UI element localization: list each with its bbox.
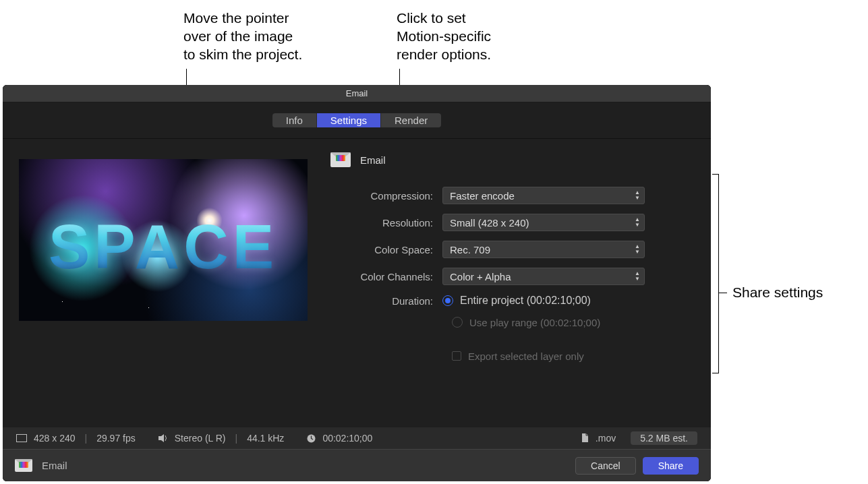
frame-icon	[16, 434, 27, 442]
clock-icon	[307, 434, 316, 443]
section-title: Email	[360, 154, 386, 166]
info-khz: 44.1 kHz	[247, 433, 284, 444]
cancel-button[interactable]: Cancel	[575, 457, 636, 475]
stepper-icon: ▲▼	[635, 190, 640, 201]
duration-entire-label: Entire project (00:02:10;00)	[460, 295, 591, 307]
channels-select[interactable]: Color + Alpha ▲▼	[442, 268, 645, 285]
compression-value: Faster encode	[450, 190, 515, 202]
callout-skim: Move the pointer over of the image to sk…	[183, 9, 302, 63]
resolution-value: Small (428 x 240)	[450, 217, 529, 229]
duration-label: Duration:	[328, 295, 442, 307]
colorspace-select[interactable]: Rec. 709 ▲▼	[442, 241, 645, 258]
tab-info[interactable]: Info	[272, 113, 317, 127]
channels-label: Color Channels:	[328, 271, 442, 282]
duration-range-label: Use play range (00:02:10;00)	[469, 317, 600, 328]
info-extension: .mov	[596, 433, 616, 444]
tab-settings[interactable]: Settings	[317, 113, 381, 127]
export-selected-checkbox[interactable]	[452, 351, 461, 361]
resolution-label: Resolution:	[328, 217, 442, 229]
share-button[interactable]: Share	[643, 457, 699, 475]
info-fps: 29.97 fps	[96, 433, 136, 444]
info-audio: Stereo (L R)	[175, 433, 226, 444]
footer-title: Email	[42, 460, 67, 471]
share-dialog: Email Info Settings Render SPACE Email C…	[3, 85, 711, 481]
info-filesize: 5.2 MB est.	[631, 431, 697, 445]
resolution-select[interactable]: Small (428 x 240) ▲▼	[442, 214, 645, 231]
settings-panel: Email Compression: Faster encode ▲▼ Reso…	[308, 152, 695, 415]
dialog-footer: Email Cancel Share	[3, 449, 711, 481]
compression-label: Compression:	[328, 190, 442, 202]
info-duration: 00:02:10;00	[322, 433, 372, 444]
svg-rect-0	[17, 435, 27, 442]
stepper-icon: ▲▼	[635, 244, 640, 255]
preview-thumbnail[interactable]: SPACE	[19, 159, 308, 321]
svg-marker-1	[158, 434, 164, 442]
colorspace-value: Rec. 709	[450, 244, 490, 255]
email-icon	[330, 152, 351, 167]
file-info-bar: 428 x 240 | 29.97 fps Stereo (L R) | 44.…	[3, 427, 711, 449]
info-dimensions: 428 x 240	[34, 433, 76, 444]
compression-select[interactable]: Faster encode ▲▼	[442, 187, 645, 204]
bracket-tick	[719, 293, 727, 293]
export-selected-label: Export selected layer only	[468, 351, 584, 362]
email-icon	[15, 459, 32, 472]
tab-render[interactable]: Render	[381, 113, 441, 127]
callout-share-settings: Share settings	[732, 284, 823, 301]
preview-text: SPACE	[19, 212, 308, 282]
colorspace-label: Color Space:	[328, 244, 442, 255]
tab-bar: Info Settings Render	[3, 102, 711, 139]
stepper-icon: ▲▼	[635, 271, 640, 282]
duration-entire-radio[interactable]	[442, 295, 453, 306]
bracket	[712, 174, 719, 373]
stepper-icon: ▲▼	[635, 217, 640, 228]
duration-range-radio[interactable]	[452, 317, 463, 328]
callout-render: Click to set Motion-specific render opti…	[397, 9, 491, 63]
file-icon	[581, 433, 589, 443]
speaker-icon	[158, 434, 168, 442]
channels-value: Color + Alpha	[450, 271, 511, 282]
window-title: Email	[3, 85, 711, 102]
